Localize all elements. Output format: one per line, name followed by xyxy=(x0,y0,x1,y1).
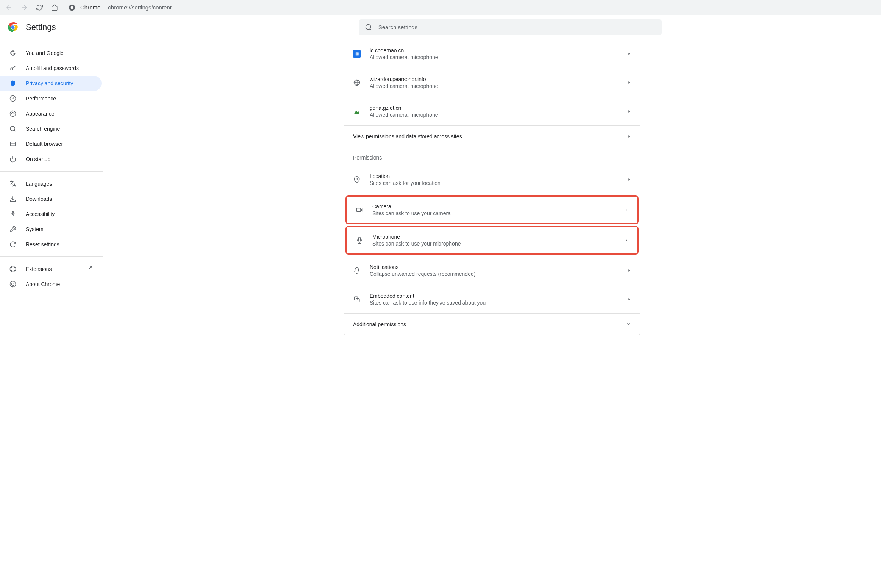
site-row-wizardon[interactable]: wizardon.pearsonbr.info Allowed camera, … xyxy=(344,68,640,97)
chrome-outline-icon xyxy=(9,280,17,288)
site-row-gdna[interactable]: gdna.gzjet.cn Allowed camera, microphone xyxy=(344,97,640,126)
sidebar-item-label: Privacy and security xyxy=(26,80,73,86)
site-status: Allowed camera, microphone xyxy=(370,54,618,60)
browser-toolbar: Chrome chrome://settings/content xyxy=(0,0,881,15)
additional-permissions-row[interactable]: Additional permissions xyxy=(344,314,640,335)
permission-title: Embedded content xyxy=(370,293,618,299)
sidebar-item-default-browser[interactable]: Default browser xyxy=(0,136,102,152)
sidebar-item-label: Downloads xyxy=(26,196,52,202)
permission-row-embedded[interactable]: Embedded content Sites can ask to use in… xyxy=(344,285,640,314)
search-input[interactable] xyxy=(378,24,656,30)
sidebar-item-appearance[interactable]: Appearance xyxy=(0,106,102,121)
svg-point-10 xyxy=(14,113,14,114)
site-status: Allowed camera, microphone xyxy=(370,112,618,118)
sidebar-item-downloads[interactable]: Downloads xyxy=(0,191,102,206)
svg-point-4 xyxy=(11,25,14,29)
svg-point-5 xyxy=(366,24,370,29)
sidebar-item-label: Accessibility xyxy=(26,211,55,217)
page-title: Settings xyxy=(26,22,56,32)
sidebar-item-languages[interactable]: Languages xyxy=(0,176,102,191)
chevron-right-icon xyxy=(627,267,631,274)
permission-title: Location xyxy=(370,173,618,179)
view-permissions-label: View permissions and data stored across … xyxy=(353,133,618,139)
chevron-right-icon xyxy=(625,207,628,213)
svg-point-11 xyxy=(10,126,15,131)
svg-point-9 xyxy=(12,112,13,113)
settings-header: Settings xyxy=(0,15,881,39)
chevron-down-icon xyxy=(626,321,631,328)
site-row-codemao[interactable]: ▦ lc.codemao.cn Allowed camera, micropho… xyxy=(344,39,640,68)
location-icon xyxy=(353,176,361,183)
sidebar-item-label: About Chrome xyxy=(26,281,60,287)
back-button[interactable] xyxy=(3,2,15,14)
svg-rect-18 xyxy=(357,208,361,212)
chrome-icon xyxy=(68,4,76,11)
content-area: ▦ lc.codemao.cn Allowed camera, micropho… xyxy=(103,39,881,335)
sidebar-item-label: Search engine xyxy=(26,126,60,132)
sidebar-item-about[interactable]: About Chrome xyxy=(0,277,102,292)
download-icon xyxy=(9,195,17,203)
sidebar-item-label: Extensions xyxy=(26,266,52,272)
shield-icon xyxy=(9,80,17,87)
chevron-right-icon xyxy=(627,51,631,57)
sidebar-item-performance[interactable]: Performance xyxy=(0,91,102,106)
chevron-right-icon xyxy=(625,237,628,243)
sidebar-item-extensions[interactable]: Extensions xyxy=(0,261,102,277)
camera-icon xyxy=(356,206,363,214)
sidebar-item-label: Appearance xyxy=(26,111,55,117)
sidebar-item-accessibility[interactable]: Accessibility xyxy=(0,206,102,222)
chrome-logo-icon xyxy=(8,22,18,33)
key-icon xyxy=(9,64,17,72)
search-icon xyxy=(365,23,372,31)
site-status: Allowed camera, microphone xyxy=(370,83,618,89)
speedometer-icon xyxy=(9,95,17,102)
permission-subtitle: Sites can ask to use info they've saved … xyxy=(370,300,618,306)
bell-icon xyxy=(353,267,361,274)
sidebar: You and Google Autofill and passwords Pr… xyxy=(0,39,103,335)
site-domain: gdna.gzjet.cn xyxy=(370,105,618,111)
home-button[interactable] xyxy=(48,2,61,14)
permission-subtitle: Sites can ask for your location xyxy=(370,180,618,186)
sidebar-item-reset[interactable]: Reset settings xyxy=(0,237,102,252)
sidebar-item-privacy[interactable]: Privacy and security xyxy=(0,76,102,91)
sidebar-item-autofill[interactable]: Autofill and passwords xyxy=(0,61,102,76)
permission-row-camera[interactable]: Camera Sites can ask to use your camera xyxy=(345,195,639,224)
sidebar-item-you-and-google[interactable]: You and Google xyxy=(0,45,102,61)
sidebar-item-on-startup[interactable]: On startup xyxy=(0,152,102,167)
sidebar-item-label: Languages xyxy=(26,181,52,187)
microphone-icon xyxy=(356,236,363,244)
svg-point-17 xyxy=(356,178,358,180)
url-bar[interactable]: Chrome chrome://settings/content xyxy=(64,4,878,11)
sidebar-item-label: System xyxy=(26,226,44,232)
permission-row-microphone[interactable]: Microphone Sites can ask to use your mic… xyxy=(345,226,639,255)
google-g-icon xyxy=(9,49,17,57)
permission-title: Camera xyxy=(372,203,615,210)
permission-subtitle: Sites can ask to use your microphone xyxy=(372,241,615,247)
permissions-section-title: Permissions xyxy=(344,147,640,165)
chevron-right-icon xyxy=(627,177,631,183)
svg-point-1 xyxy=(71,6,73,9)
view-permissions-row[interactable]: View permissions and data stored across … xyxy=(344,126,640,147)
sidebar-item-label: On startup xyxy=(26,156,50,162)
browser-icon xyxy=(9,140,17,148)
site-domain: wizardon.pearsonbr.info xyxy=(370,76,618,82)
extension-icon xyxy=(9,265,17,273)
forward-button[interactable] xyxy=(18,2,30,14)
translate-icon xyxy=(9,180,17,188)
accessibility-icon xyxy=(9,210,17,218)
permission-subtitle: Collapse unwanted requests (recommended) xyxy=(370,271,618,277)
reload-button[interactable] xyxy=(33,2,45,14)
search-box[interactable] xyxy=(359,19,662,35)
permission-title: Microphone xyxy=(372,234,615,240)
permission-row-location[interactable]: Location Sites can ask for your location xyxy=(344,165,640,194)
site-favicon-icon: ▦ xyxy=(353,50,361,58)
external-link-icon xyxy=(86,266,92,273)
permission-title: Notifications xyxy=(370,264,618,270)
globe-icon xyxy=(353,79,361,86)
url-text: chrome://settings/content xyxy=(108,4,172,11)
svg-point-8 xyxy=(11,113,12,114)
sidebar-item-label: Performance xyxy=(26,95,56,102)
sidebar-item-system[interactable]: System xyxy=(0,222,102,237)
sidebar-item-search-engine[interactable]: Search engine xyxy=(0,121,102,136)
permission-row-notifications[interactable]: Notifications Collapse unwanted requests… xyxy=(344,256,640,285)
